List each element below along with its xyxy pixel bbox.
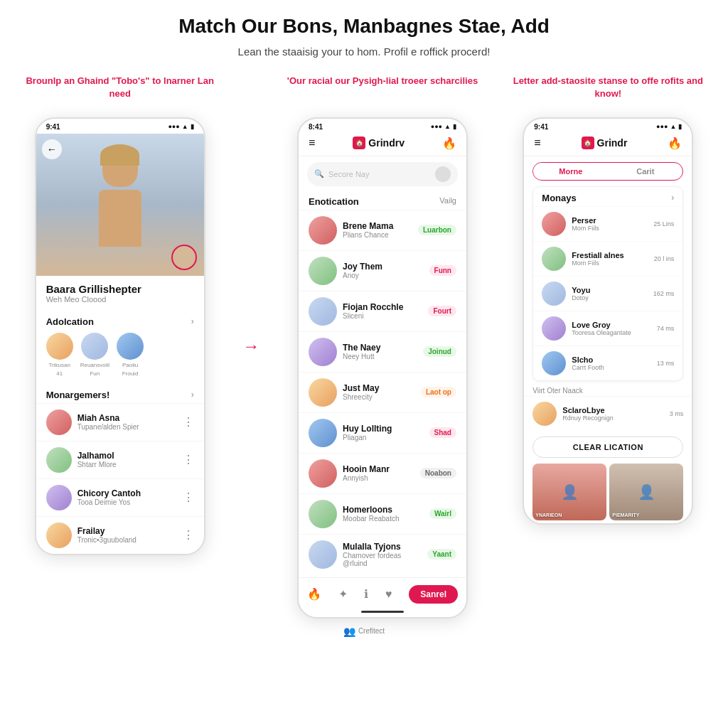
right-name-1: Perser [572,216,648,225]
bottom-icon-3[interactable]: ℹ [364,587,368,601]
column-1-label: Brounlp an Ghaind "Tobo's" to lnarner La… [14,75,225,109]
list-dots-3[interactable]: ⋮ [183,491,194,504]
right-item-5[interactable]: Slcho Carrt Footh 13 ms [533,346,682,380]
tab-morne[interactable]: Morne [533,163,608,180]
credits-bar: 👥 Crefitect [14,619,714,640]
credits-text: Crefitect [358,627,385,635]
signal-icon-1: ●●● [168,123,179,130]
notif-item-4[interactable]: The Naey Neey Hutt Joinud [299,331,466,372]
avatar-label-3: Paoliu [122,362,138,368]
notif-item-7[interactable]: Hooin Manr Annyish Noabon [299,453,466,493]
search-bar[interactable]: 🔍 Secore Nay [307,162,458,186]
avatar-circle-2 [81,333,108,360]
avatar-item-1: Trikusan 41 [46,333,73,377]
list-name-3: Chicory Cantoh [77,488,177,498]
page-subtitle: Lean the staaisig your to hom. Profil e … [28,46,700,58]
notif-avatar-4 [309,338,337,366]
app-logo-2: 🏠 Grindrv [353,136,405,149]
phone-1: 9:41 ●●● ▲ ▮ ← [35,117,205,555]
notif-item-6[interactable]: Huy Lollting Pliagan Shad [299,412,466,453]
profile-name: Baara Grillishepter [46,283,194,295]
list-text-4: Frailay Tronic•3guuboland [77,526,177,544]
list-name-1: Miah Asna [77,413,177,423]
heart-icon-3: 🔥 [668,136,682,150]
bottom-icon-2[interactable]: ✦ [338,587,348,601]
list-text-3: Chicory Cantoh Tooa Deimie Yos [77,488,177,506]
bottom-icon-4[interactable]: ♥ [385,588,392,601]
bottom-icon-1[interactable]: 🔥 [307,587,321,601]
status-icons-2: ●●● ▲ ▮ [431,123,456,130]
app-name-3: Grindr [597,137,628,149]
status-icons-1: ●●● ▲ ▮ [168,123,193,130]
notif-header: Enotication Vailg [299,192,466,210]
status-bar-1: 9:41 ●●● ▲ ▮ [36,119,204,134]
list-item-2: Jalhamol Shtarr Mlore ⋮ [36,441,204,478]
notif-item-2[interactable]: Joy Them Anoy Funn [299,250,466,291]
list-avatar-1 [46,410,72,435]
app-logo-3: 🏠 Grindr [582,136,628,149]
back-button[interactable]: ← [42,139,62,159]
list-dots-4[interactable]: ⋮ [183,528,194,542]
list-avatar-2 [46,447,72,473]
right-item-4[interactable]: Love Groy Tooresa Oleagantate 74 ms [533,311,682,346]
right-item-3[interactable]: Yoyu Dotoy 162 ms [533,276,682,311]
tab-carit[interactable]: Carit [608,163,682,180]
page-header: Match Our Bons, Manbagnes Stae, Add Lean… [14,14,714,58]
search-icon: 🔍 [314,169,324,178]
notif-name-6: Huy Lollting [343,424,424,434]
avatar-row: Trikusan 41 Reuansvoill Fun Paoliu Froui… [36,330,204,384]
notif-name-9: Mulalla Tyjons [343,542,422,552]
right-item-extra[interactable]: SclaroLbye Rdnuy Recognign 3 ms [524,396,692,431]
column-3-label: Letter add-staosite stanse to offe rofit… [503,75,714,109]
right-avatar-5 [542,351,566,375]
notif-text-5: Just May Shreecity [343,383,415,401]
right-time-4: 74 ms [657,325,675,332]
avatar-sub-3: Frouid [122,370,139,377]
notif-item-9[interactable]: Mulalla Tyjons Chamover fordeas @rluind … [299,534,466,574]
notif-avatar-2 [309,257,337,285]
list-sub-2: Shtarr Mlore [77,461,177,469]
notif-desc-9: Chamover fordeas @rluind [343,552,422,567]
avatar-circle-1 [46,333,73,360]
column-2: 'Our racial our Pysigh-lial troeer schar… [277,75,488,619]
list-dots-1[interactable]: ⋮ [183,415,194,429]
notif-text-1: Brene Mama Plians Chance [343,221,412,239]
main-columns: Brounlp an Ghaind "Tobo's" to lnarner La… [14,75,714,619]
notif-name-1: Brene Mama [343,221,412,231]
battery-icon-2: ▮ [453,123,456,130]
notif-desc-4: Neey Hutt [343,353,417,360]
right-text-2: Frestiall alnes Mom Fiils [572,251,648,267]
list-text-2: Jalhamol Shtarr Mlore [77,451,177,469]
list-dots-2[interactable]: ⋮ [183,453,194,466]
status-bar-3: 9:41 ●●● ▲ ▮ [524,119,692,134]
right-sub-3: Dotoy [572,294,647,301]
right-text-1: Perser Mom Fiils [572,216,648,232]
avatar-circle-3 [117,333,144,360]
notif-name-8: Homerloons [343,505,424,515]
right-item-1[interactable]: Perser Mom Fiils 25 Lins [533,206,682,241]
matches-grid: 👤 YNARIEON 👤 PIEMARITY [532,464,683,520]
notif-item-8[interactable]: Homerloons Moobar Reabatch Wairl [299,493,466,534]
notif-badge-3: Fourt [428,306,456,316]
notif-item-1[interactable]: Brene Mama Plians Chance Luarbon [299,210,466,250]
notif-avatar-6 [309,419,337,447]
notif-desc-2: Anoy [343,272,424,279]
hamburger-icon[interactable]: ≡ [309,136,315,149]
section-card-title: Monays [542,193,576,203]
notif-item-5[interactable]: Just May Shreecity Laot op [299,372,466,412]
match-card-1[interactable]: 👤 YNARIEON [532,464,606,520]
notif-avatar-3 [309,297,337,326]
right-name-4: Love Groy [572,321,651,329]
section-adolcation-title: Adolcation [46,316,94,327]
hamburger-icon-3[interactable]: ≡ [534,136,540,149]
match-card-2[interactable]: 👤 PIEMARITY [609,464,683,520]
clear-button[interactable]: CLEAR LICATION [532,437,683,458]
right-time-3: 162 ms [653,290,675,297]
notif-item-3[interactable]: Fiojan Rocchle Sliceni Fourt [299,291,466,331]
right-avatar-1 [542,212,566,236]
bottom-action-btn[interactable]: Sanrel [409,585,458,604]
notif-name-5: Just May [343,383,415,393]
list-sub-3: Tooa Deimie Yos [77,498,177,506]
right-name-extra: SclaroLbye [562,406,663,414]
right-item-2[interactable]: Frestiall alnes Mom Fiils 20 l ins [533,241,682,276]
